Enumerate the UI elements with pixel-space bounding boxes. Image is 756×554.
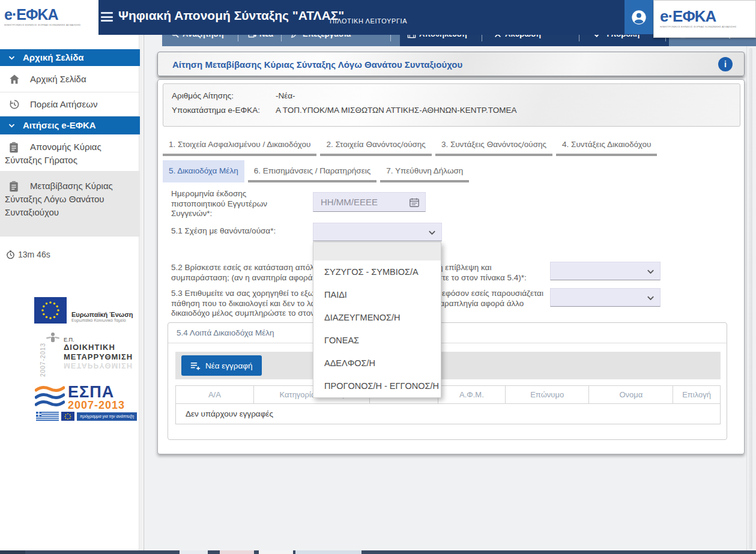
disability-select[interactable] xyxy=(550,262,661,280)
dropdown-option-parent[interactable]: ΓΟΝΕΑΣ xyxy=(313,329,441,352)
espa-years: 2007-2013 xyxy=(68,399,125,412)
cancel-icon xyxy=(494,35,502,38)
ep-logo-block: 2007-2013 Ε.Π. ΔΙΟΙΚΗΤΙΚΗ ΜΕΤΑΡΡΥΘΜΙΣΗ Μ… xyxy=(38,332,135,380)
save-icon xyxy=(407,35,416,38)
tab-1-insured-details[interactable]: 1. Στοιχεία Ασφαλισμένου / Δικαιοδόχου xyxy=(163,134,316,156)
tabs-row-1: 1. Στοιχεία Ασφαλισμένου / Δικαιοδόχου 2… xyxy=(163,134,657,156)
taskbar-window-chip[interactable] xyxy=(295,550,361,554)
relationship-dropdown-list: ΣΥΖΥΓΟΣ - ΣΥΜΒΙΟΣ/Α ΠΑΙΔΙ ΔΙΑΖΕΥΓΜΕΝΟΣ/Η… xyxy=(313,242,441,398)
edit-icon xyxy=(291,35,300,38)
person-figure-icon xyxy=(46,332,60,344)
cancel-button[interactable]: Ακύρωση xyxy=(494,35,541,38)
sidebar-item-home[interactable]: Αρχική Σελίδα xyxy=(0,66,140,92)
sidebar-item-home-label: Αρχική Σελίδα xyxy=(0,66,141,86)
edit-button[interactable]: Επεξεργασία xyxy=(291,35,351,38)
new-record-button-label: Νέα εγγραφή xyxy=(205,361,253,370)
clock-icon xyxy=(6,250,15,259)
vertical-scrollbar[interactable] xyxy=(749,48,752,549)
chevron-down-icon xyxy=(8,122,16,130)
branch-value: Α ΤΟΠ.ΥΠΟΚ/ΜΑ ΜΙΣΘΩΤΩΝ ΑΤΤΙΚΗΣ-ΑΘΗΝΩΝ-ΚΕ… xyxy=(276,106,731,115)
sidebar-section-applications[interactable]: Αιτήσεις e-ΕΦΚΑ xyxy=(0,116,140,134)
other-beneficiary-members-panel: 5.4 Λοιπά Δικαιοδόχα Μέλη Νέα εγγραφή Α/… xyxy=(168,322,727,440)
table-toolbar: Νέα εγγραφή xyxy=(175,352,721,379)
toolbar-separator xyxy=(281,35,282,41)
toolbar-separator xyxy=(238,35,238,41)
search-button[interactable]: Αναζήτηση xyxy=(171,35,223,38)
eu-flag-icon xyxy=(34,297,67,324)
dropdown-option-child[interactable]: ΠΑΙΔΙ xyxy=(313,283,441,306)
sidebar-item-old-age-label: Απονομής Κύριας Σύνταξης Γήρατος xyxy=(0,134,141,167)
session-timer-value: 13m 46s xyxy=(18,250,50,259)
chevron-down-icon xyxy=(8,54,16,62)
new-button[interactable]: Νέα xyxy=(247,35,273,38)
eu-flag-small-icon xyxy=(61,412,74,421)
efka-logo-caption: ΗΛΕΚΤΡΟΝΙΚΟΣ ΕΘΝΙΚΟΣ ΦΟΡΕΑΣ ΚΟΙΝΩΝΙΚΗΣ Α… xyxy=(660,25,736,28)
taskbar-start-chip[interactable] xyxy=(0,550,25,554)
taskbar-window-chip[interactable] xyxy=(220,550,254,554)
sidebar-section-home[interactable]: Αρχική Σελίδα xyxy=(0,49,140,66)
toolbar-separator xyxy=(482,35,482,41)
col-name: Ονομα xyxy=(589,386,673,403)
sidebar-item-application-progress[interactable]: Πορεία Αιτήσεων xyxy=(0,92,140,116)
tab-7-declaration[interactable]: 7. Υπεύθυνη Δήλωση xyxy=(380,160,469,182)
espa-waves-icon xyxy=(35,384,65,408)
allowance-select[interactable] xyxy=(550,288,661,307)
eu-title: Ευρωπαϊκή Ένωση xyxy=(71,311,133,318)
greek-flag-icon xyxy=(36,412,59,421)
dropdown-option-sibling[interactable]: ΑΔΕΛΦΟΣ/Η xyxy=(313,352,441,375)
chevron-down-icon xyxy=(646,294,655,303)
ep-line2: ΜΕΤΑΡΡΥΘΜΙΣΗ xyxy=(64,352,133,361)
sidebar-item-old-age-pension[interactable]: Απονομής Κύριας Σύνταξης Γήρατος xyxy=(0,134,140,172)
tab-6-remarks[interactable]: 6. Επισημάνσεις / Παρατηρήσεις xyxy=(248,160,377,182)
application-number-label: Αριθμός Αίτησης: xyxy=(172,91,266,100)
new-button-label: Νέα xyxy=(259,35,273,38)
members-table-header: Α/Α Κατηγορία Μέλους Α.Μ.Κ.Α. Α.Φ.Μ. Επώ… xyxy=(175,385,721,404)
submit-button[interactable]: Υποβολή xyxy=(593,35,640,38)
calendar-icon[interactable] xyxy=(409,197,420,208)
save-button[interactable]: Αποθήκευση xyxy=(407,35,467,38)
tab-5-beneficiary-members[interactable]: 5. Δικαιοδόχα Μέλη xyxy=(163,160,244,182)
relationship-label: 5.1 Σχέση με θανόντα/ούσα*: xyxy=(171,226,276,236)
tab-4-beneficiary-pensions[interactable]: 4. Συντάξεις Δικαιοδόχου xyxy=(556,134,657,156)
eu-logo-block: Ευρωπαϊκή Ένωση Ευρωπαϊκό Κοινωνικό Ταμε… xyxy=(34,297,133,324)
new-record-button[interactable]: Νέα εγγραφή xyxy=(181,355,262,376)
edit-button-label: Επεξεργασία xyxy=(303,35,351,38)
app-subtitle: ΠΙΛΟΤΙΚΗ ΛΕΙΤΟΥΡΓΙΑ xyxy=(330,17,407,25)
certificate-date-input[interactable] xyxy=(313,197,409,207)
search-button-label: Αναζήτηση xyxy=(183,35,223,38)
tab-3-deceased-pensions[interactable]: 3. Συντάξεις Θανόντος/ούσης xyxy=(435,134,552,156)
app-title: Ψηφιακή Απονομή Σύνταξης "ΑΤΛΑΣ" xyxy=(118,8,344,23)
sidebar-item-survivor-pension-transfer[interactable]: Μεταβίβασης Κύριας Σύνταξης Λόγω Θανάτου… xyxy=(0,172,140,236)
cancel-button-label: Ακύρωση xyxy=(505,35,541,38)
tabs-row-2: 5. Δικαιοδόχα Μέλη 6. Επισημάνσεις / Παρ… xyxy=(163,160,469,182)
tab-2-deceased-details[interactable]: 2. Στοιχεία Θανόντος/ούσης xyxy=(320,134,431,156)
sidebar: Αρχική Σελίδα Αρχική Σελίδα Πορεία Αιτήσ… xyxy=(0,35,144,550)
toolbar-separator xyxy=(390,35,391,41)
ep-line1: ΔΙΟΙΚΗΤΙΚΗ xyxy=(64,343,115,352)
info-icon[interactable]: i xyxy=(718,57,733,71)
eu-subtitle: Ευρωπαϊκό Κοινωνικό Ταμείο xyxy=(71,318,133,322)
branch-label: Υποκατάστημα e-ΕΦΚΑ: xyxy=(172,106,266,115)
dropdown-option-grandchild[interactable]: ΠΡΟΓΟΝΟΣ/Η - ΕΓΓΟΝΟΣ/Η xyxy=(313,375,441,397)
efka-logo-left: e·ΕΦΚΑ ΗΛΕΚΤΡΟΝΙΚΟΣ ΕΘΝΙΚΟΣ ΦΟΡΕΑΣ ΚΟΙΝΩ… xyxy=(0,0,98,35)
certificate-date-field[interactable] xyxy=(313,192,426,212)
col-select: Επιλογή xyxy=(673,386,720,403)
sidebar-item-progress-label: Πορεία Αιτήσεων xyxy=(0,92,141,111)
efka-logo-text: e·ΕΦΚΑ xyxy=(660,8,756,24)
dropdown-option-divorced[interactable]: ΔΙΑΖΕΥΓΜΕΝΟΣ/Η xyxy=(313,306,441,329)
dropdown-option-spouse[interactable]: ΣΥΖΥΓΟΣ - ΣΥΜΒΙΟΣ/Α xyxy=(313,260,441,283)
form-title: Αίτηση Μεταβίβασης Κύριας Σύνταξης Λόγω … xyxy=(172,59,462,70)
user-account-button[interactable] xyxy=(624,0,653,34)
dropdown-option-blank[interactable] xyxy=(313,242,441,260)
ep-line2-reflection: ΜΕΤΑΡΡΥΘΜΙΣΗ xyxy=(64,361,133,370)
os-taskbar-sliver xyxy=(0,550,756,554)
submit-button-label: Υποβολή xyxy=(605,35,640,38)
sidebar-section-applications-label: Αιτήσεις e-ΕΦΚΑ xyxy=(0,116,140,134)
taskbar-window-chip[interactable] xyxy=(180,550,208,554)
empty-table-message: Δεν υπάρχουν εγγραφές xyxy=(175,404,721,424)
menu-hamburger-icon[interactable] xyxy=(101,12,113,22)
espa-caption: πρόγραμμα για την ανάπτυξη xyxy=(77,412,137,421)
clipboard-icon xyxy=(8,142,19,154)
taskbar-window-chip[interactable] xyxy=(259,550,293,554)
relationship-select[interactable] xyxy=(313,223,442,241)
